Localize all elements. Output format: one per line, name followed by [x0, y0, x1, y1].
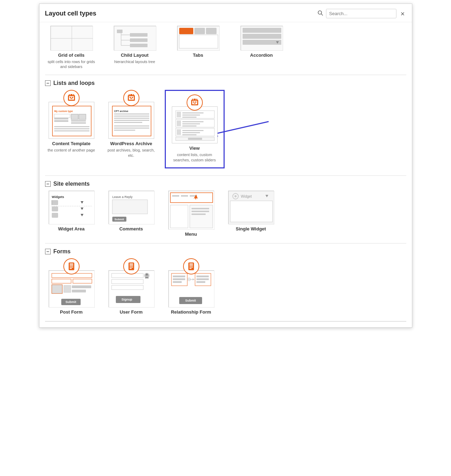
menu-thumb — [168, 191, 214, 229]
item-relationship-form[interactable]: Submit Relationship Form — [165, 258, 218, 315]
svg-rect-65 — [192, 101, 197, 104]
svg-rect-148 — [112, 279, 143, 284]
svg-point-31 — [73, 94, 74, 95]
item-user-form[interactable]: Signup User Form — [105, 258, 158, 315]
child-layout-thumb — [114, 26, 156, 50]
close-button[interactable]: × — [399, 10, 406, 17]
svg-rect-81 — [182, 123, 200, 124]
collapse-lists-icon[interactable]: − — [45, 80, 51, 86]
item-tabs[interactable]: Tabs — [172, 26, 225, 69]
grid-cells-desc: split cells into rows for grids and side… — [45, 59, 98, 69]
widget-area-thumb: Widgets — [49, 191, 94, 224]
svg-rect-35 — [54, 114, 70, 118]
item-view[interactable]: View content lists, custom searches, cus… — [165, 90, 225, 168]
user-form-thumb: Signup — [108, 270, 154, 307]
collapse-forms-icon[interactable]: − — [45, 249, 51, 254]
single-widget-label: Single Widget — [236, 226, 266, 232]
svg-rect-29 — [70, 94, 73, 95]
svg-rect-11 — [130, 33, 148, 37]
svg-point-30 — [69, 94, 70, 95]
svg-point-70 — [192, 99, 193, 100]
svg-rect-61 — [114, 125, 149, 126]
svg-rect-43 — [54, 128, 89, 129]
svg-rect-156 — [189, 265, 193, 266]
single-widget-thumb: Widget — [228, 191, 274, 224]
user-form-label: User Form — [120, 309, 143, 315]
svg-rect-128 — [70, 268, 72, 269]
widget-area-label: Widget Area — [58, 226, 84, 232]
lists-loops-items: My custom type C — [45, 90, 406, 175]
relationship-form-icon — [183, 258, 199, 274]
item-widget-area[interactable]: Widgets Widget Area — [45, 191, 98, 237]
item-menu[interactable]: Menu — [165, 191, 218, 237]
svg-rect-169 — [196, 278, 209, 280]
svg-rect-149 — [112, 285, 143, 290]
svg-rect-44 — [54, 130, 89, 131]
item-accordion[interactable]: Accordion — [235, 26, 288, 69]
svg-rect-136 — [72, 285, 91, 288]
grid-cells-label: Grid of cells — [58, 52, 84, 58]
svg-text:My custom type: My custom type — [54, 110, 73, 113]
item-post-form[interactable]: Submit Post Form — [45, 258, 98, 315]
svg-rect-94 — [52, 200, 58, 205]
svg-rect-144 — [130, 268, 132, 269]
svg-rect-58 — [114, 118, 149, 119]
svg-rect-157 — [189, 267, 193, 267]
svg-rect-16 — [194, 28, 205, 34]
section-forms-label: Forms — [54, 248, 71, 255]
svg-rect-38 — [71, 114, 78, 119]
item-content-template[interactable]: My custom type C — [45, 90, 98, 168]
svg-point-151 — [146, 273, 148, 276]
svg-rect-87 — [182, 134, 196, 135]
svg-rect-66 — [193, 101, 194, 103]
wordpress-archive-thumb: CPT archive — [108, 102, 154, 139]
svg-rect-76 — [182, 115, 200, 116]
svg-rect-68 — [194, 103, 196, 104]
svg-rect-168 — [196, 276, 209, 277]
svg-rect-25 — [69, 96, 74, 100]
svg-rect-77 — [182, 117, 196, 118]
svg-rect-75 — [182, 112, 203, 113]
item-grid-of-cells[interactable]: Grid of cells split cells into rows for … — [45, 26, 98, 69]
item-child-layout[interactable]: Child Layout hierarchical layouts tree — [108, 26, 161, 69]
svg-text:Widget: Widget — [241, 194, 252, 198]
svg-rect-59 — [114, 120, 149, 121]
child-layout-desc: hierarchical layouts tree — [114, 59, 155, 64]
svg-rect-82 — [182, 125, 196, 126]
view-label: View — [189, 146, 200, 152]
svg-rect-17 — [206, 28, 217, 34]
search-input[interactable] — [326, 9, 396, 18]
svg-rect-110 — [181, 195, 188, 197]
collapse-site-elements-icon[interactable]: − — [45, 181, 51, 187]
relationship-form-thumb: Submit — [168, 270, 214, 307]
svg-rect-158 — [189, 268, 192, 269]
svg-rect-116 — [192, 211, 209, 212]
svg-rect-13 — [130, 44, 148, 47]
svg-rect-142 — [130, 265, 133, 266]
svg-rect-57 — [114, 116, 149, 117]
item-comments[interactable]: Leave a Reply Submit Comments — [105, 191, 158, 237]
view-thumb — [172, 106, 218, 143]
relationship-form-label: Relationship Form — [171, 309, 211, 315]
content-template-icon — [63, 90, 80, 106]
top-items-row: Grid of cells split cells into rows for … — [45, 22, 406, 75]
item-single-widget[interactable]: Widget Single Widget — [225, 191, 277, 237]
modal-body: Grid of cells split cells into rows for … — [39, 22, 412, 327]
modal-title: Layout cell types — [45, 10, 96, 17]
layout-cell-types-modal: Layout cell types × — [39, 4, 412, 328]
svg-rect-10 — [117, 30, 123, 33]
wordpress-archive-icon — [123, 90, 139, 106]
svg-rect-79 — [177, 120, 181, 126]
svg-rect-36 — [54, 118, 68, 119]
user-form-icon — [123, 258, 139, 274]
svg-rect-12 — [130, 38, 148, 42]
modal-header: Layout cell types × — [39, 4, 412, 22]
item-wordpress-archive[interactable]: CPT archive WordPress Archive post archi… — [105, 90, 158, 168]
svg-rect-49 — [130, 98, 132, 99]
svg-text:Submit: Submit — [185, 299, 196, 302]
svg-rect-143 — [130, 267, 133, 267]
post-form-icon — [63, 258, 80, 274]
svg-rect-80 — [182, 121, 203, 122]
accordion-thumb — [240, 26, 283, 50]
svg-rect-104 — [112, 200, 148, 214]
